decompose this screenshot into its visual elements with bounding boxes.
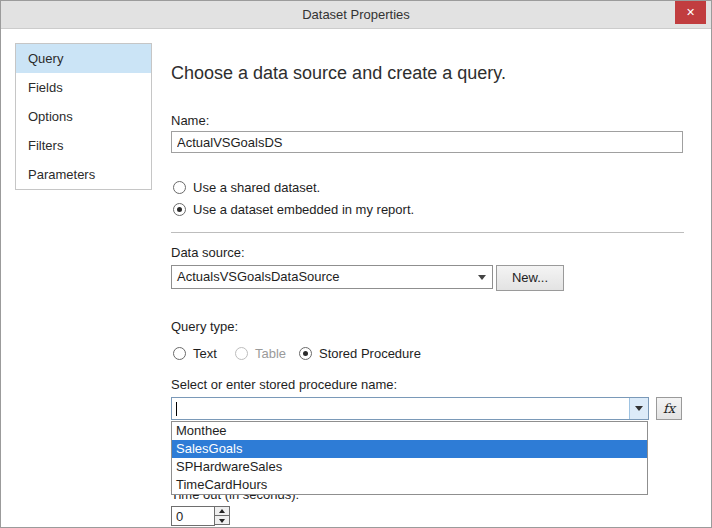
section-divider: [171, 232, 684, 233]
stored-procedure-label: Select or enter stored procedure name:: [171, 377, 397, 392]
query-type-text-label: Text: [193, 346, 217, 361]
page-title: Choose a data source and create a query.: [171, 63, 506, 84]
list-item[interactable]: TimeCardHours: [172, 476, 647, 494]
radio-icon: [173, 347, 186, 360]
query-type-stored-procedure-radio[interactable]: Stored Procedure: [299, 346, 421, 361]
stored-procedure-combobox[interactable]: [171, 397, 649, 420]
list-item[interactable]: Monthee: [172, 422, 647, 440]
sidebar-item-label: Filters: [28, 138, 63, 153]
timeout-spinner: [171, 506, 231, 526]
new-data-source-button[interactable]: New...: [496, 265, 564, 291]
title-bar[interactable]: Dataset Properties: [1, 1, 711, 29]
sidebar-item-label: Query: [28, 51, 63, 66]
embedded-dataset-radio[interactable]: Use a dataset embedded in my report.: [173, 202, 414, 217]
data-source-dropdown[interactable]: ActualsVSGoalsDataSource: [171, 265, 493, 289]
name-input[interactable]: [171, 131, 683, 153]
list-item[interactable]: SPHardwareSales: [172, 458, 647, 476]
list-item-selected[interactable]: SalesGoals: [172, 440, 647, 458]
spinner-down-icon[interactable]: [214, 515, 230, 525]
sidebar-item-filters[interactable]: Filters: [16, 131, 151, 160]
sidebar-item-label: Options: [28, 109, 73, 124]
query-type-stored-procedure-label: Stored Procedure: [319, 346, 421, 361]
data-source-value: ActualsVSGoalsDataSource: [177, 269, 340, 284]
embedded-dataset-radio-label: Use a dataset embedded in my report.: [193, 202, 414, 217]
fx-icon: fx: [663, 401, 675, 416]
data-source-label: Data source:: [171, 245, 245, 260]
sidebar-item-label: Parameters: [28, 167, 95, 182]
close-button[interactable]: ✕: [675, 1, 706, 24]
radio-checked-icon: [173, 203, 186, 216]
text-caret: [176, 402, 177, 416]
radio-icon: [173, 181, 186, 194]
close-icon: ✕: [686, 6, 695, 18]
query-type-label: Query type:: [171, 319, 238, 334]
expression-button[interactable]: fx: [656, 397, 682, 420]
dataset-properties-dialog: Dataset Properties ✕ Query Fields Option…: [0, 0, 712, 528]
sidebar-item-parameters[interactable]: Parameters: [16, 160, 151, 189]
name-label: Name:: [171, 113, 209, 128]
radio-disabled-icon: [235, 347, 248, 360]
shared-dataset-radio[interactable]: Use a shared dataset.: [173, 180, 320, 195]
dialog-title: Dataset Properties: [302, 7, 410, 22]
query-type-table-radio: Table: [235, 346, 286, 361]
sidebar-nav: Query Fields Options Filters Parameters: [15, 43, 152, 190]
query-type-text-radio[interactable]: Text: [173, 346, 217, 361]
new-button-label: New...: [512, 270, 548, 285]
sidebar-item-options[interactable]: Options: [16, 102, 151, 131]
sidebar-item-fields[interactable]: Fields: [16, 73, 151, 102]
shared-dataset-radio-label: Use a shared dataset.: [193, 180, 320, 195]
timeout-input[interactable]: [171, 506, 215, 526]
stored-procedure-list: Monthee SalesGoals SPHardwareSales TimeC…: [171, 421, 648, 495]
query-type-table-label: Table: [255, 346, 286, 361]
spinner-buttons: [214, 506, 230, 526]
combobox-dropdown-button[interactable]: [629, 398, 648, 419]
radio-checked-icon: [299, 347, 312, 360]
sidebar-item-query[interactable]: Query: [16, 44, 151, 73]
chevron-down-icon: [478, 275, 486, 280]
sidebar-item-label: Fields: [28, 80, 63, 95]
